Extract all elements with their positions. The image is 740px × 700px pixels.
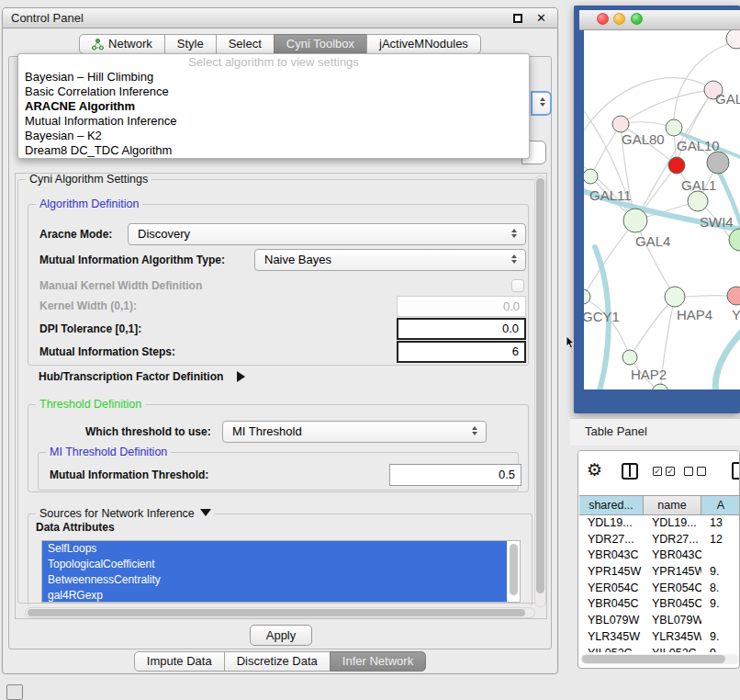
algorithm-combo-arrow-fragment[interactable] (531, 91, 552, 116)
scrollbar-thumb[interactable] (536, 178, 544, 593)
table-cell[interactable]: 9. (701, 629, 740, 646)
data-attribute-item-gal4rgexp[interactable]: gal4RGexp (42, 588, 507, 603)
network-node-gal80[interactable] (612, 116, 629, 132)
table-cell[interactable]: 13 (701, 515, 740, 532)
expander-expanded-icon[interactable] (200, 509, 211, 516)
data-attribute-item-selfloops[interactable]: SelfLoops (42, 541, 507, 557)
table-cell[interactable]: YDR27... (644, 532, 701, 548)
network-node-gal1[interactable] (688, 191, 708, 211)
table-cell[interactable]: YIL052C (579, 646, 644, 653)
table-cell[interactable]: YLR345W (644, 629, 701, 646)
network-edge[interactable] (621, 90, 713, 124)
mi-algorithm-type-select[interactable]: Naive Bayes (254, 249, 526, 271)
apply-button[interactable]: Apply (250, 625, 312, 646)
network-node-gal10[interactable] (666, 119, 682, 136)
network-node-salmon[interactable] (727, 287, 740, 305)
network-edge[interactable] (635, 220, 675, 297)
table-cell[interactable]: YBR043C (579, 548, 644, 564)
expander-collapsed-icon[interactable] (237, 371, 245, 382)
table-cell[interactable]: YER054C (579, 581, 644, 597)
bottom-tab-discretize-data[interactable]: Discretize Data (224, 651, 331, 672)
algorithm-option-bayesian-hill-climbing[interactable]: Bayesian – Hill Climbing (18, 70, 529, 85)
data-attribute-item-topologicalcoefficient[interactable]: TopologicalCoefficient (42, 557, 507, 572)
table-cell[interactable]: YDL19... (644, 515, 701, 532)
zoom-traffic-light-icon[interactable] (631, 13, 643, 25)
tab-select[interactable]: Select (216, 34, 275, 54)
network-window-titlebar[interactable] (579, 10, 740, 30)
table-cell[interactable]: 9. (701, 596, 740, 613)
network-node-hap4[interactable] (665, 287, 685, 307)
hub-definition-expander[interactable]: Hub/Transcription Factor Definition (39, 367, 245, 384)
data-attributes-list[interactable]: SelfLoopsTopologicalCoefficientBetweenne… (41, 540, 521, 603)
list-scrollbar-thumb[interactable] (510, 544, 518, 595)
close-icon[interactable]: ✕ (536, 8, 546, 28)
deselect-all-columns-icon[interactable] (684, 467, 706, 476)
table-row[interactable]: YDR27...YDR27...12 (579, 532, 740, 548)
table-cell[interactable]: YPR145W (579, 564, 644, 581)
column-layout-icon[interactable] (622, 463, 638, 480)
table-cell[interactable] (701, 548, 740, 564)
table-cell[interactable]: 8. (701, 581, 740, 597)
network-node-top-right[interactable] (726, 30, 740, 49)
mi-threshold-field[interactable]: 0.5 (389, 464, 521, 486)
network-node-hap2[interactable] (622, 350, 637, 365)
table-horizontal-scrollbar[interactable] (580, 654, 739, 664)
scrollbar-thumb[interactable] (582, 655, 725, 663)
algorithm-option-bayesian-k2[interactable]: Bayesian – K2 (18, 129, 529, 143)
table-row[interactable]: YPR145WYPR145W9. (579, 564, 740, 581)
table-cell[interactable]: 9. (701, 564, 740, 581)
table-cell[interactable]: YBR045C (644, 596, 701, 613)
which-threshold-select[interactable]: MI Threshold (222, 421, 487, 443)
network-node-gal11[interactable] (584, 169, 598, 184)
collapsed-panel-button[interactable] (6, 684, 23, 700)
table-row[interactable]: YBL079WYBL079W (579, 613, 740, 629)
network-canvas[interactable]: GALGAL80GAL10GAL1GAL11SWI4GAL4GCY1HAP4YH… (584, 30, 740, 390)
tab-style[interactable]: Style (164, 34, 217, 54)
network-edge[interactable] (630, 297, 675, 357)
table-cell[interactable]: YPR145W (644, 564, 701, 581)
new-table-icon[interactable] (732, 462, 740, 480)
tab-jactivemnodules[interactable]: jActiveMNodules (366, 34, 481, 54)
settings-vertical-scrollbar[interactable] (534, 175, 546, 607)
manual-kernel-checkbox[interactable] (511, 279, 524, 292)
table-row[interactable]: YBR043CYBR043C (579, 548, 740, 564)
algorithm-option-dream8-dc-tdc-algorithm[interactable]: Dream8 DC_TDC Algorithm (18, 143, 529, 158)
network-node-gcy1[interactable] (584, 289, 590, 304)
dpi-tolerance-field[interactable]: 0.0 (397, 318, 526, 340)
select-all-columns-icon[interactable]: ✓✓ (653, 467, 675, 476)
bottom-tab-infer-network[interactable]: Infer Network (330, 651, 426, 672)
algorithm-option-basic-correlation-inference[interactable]: Basic Correlation Inference (18, 85, 529, 99)
tab-network[interactable]: Network (79, 34, 165, 54)
data-attribute-item-betweennesscentrality[interactable]: BetweennessCentrality (42, 572, 507, 588)
column-header-shared[interactable]: shared... (579, 495, 644, 515)
kernel-width-field[interactable]: 0.0 (397, 296, 526, 317)
close-traffic-light-icon[interactable] (597, 13, 609, 25)
table-cell[interactable]: 12 (701, 532, 740, 548)
column-header-a[interactable]: A (701, 495, 740, 515)
network-node-gal4[interactable] (623, 209, 647, 232)
network-edge-highlighted[interactable] (715, 326, 740, 390)
bottom-tab-impute-data[interactable]: Impute Data (134, 651, 225, 672)
network-edge[interactable] (685, 296, 728, 297)
scrollbar-thumb[interactable] (28, 609, 525, 616)
float-window-icon[interactable] (513, 14, 522, 23)
table-cell[interactable]: YDR27... (579, 532, 644, 548)
table-cell[interactable]: YBL079W (644, 613, 701, 629)
control-panel-titlebar[interactable]: Control Panel ✕ (3, 8, 557, 28)
table-row[interactable]: YDL19...YDL19...13 (579, 515, 740, 532)
network-node-bottom[interactable] (652, 384, 668, 390)
settings-horizontal-scrollbar[interactable] (25, 607, 535, 618)
tab-cyni-toolbox[interactable]: Cyni Toolbox (274, 34, 367, 54)
table-cell[interactable]: YBR043C (644, 548, 701, 564)
table-row[interactable]: YBR045CYBR045C9. (579, 596, 740, 613)
table-cell[interactable]: 9. (701, 646, 740, 653)
table-cell[interactable]: YBL079W (579, 613, 644, 629)
gear-icon[interactable]: ⚙ (587, 459, 602, 480)
aracne-mode-select[interactable]: Discovery (128, 223, 526, 245)
network-node-gray[interactable] (707, 152, 729, 174)
network-edge[interactable] (674, 41, 736, 119)
table-cell[interactable]: YDL19... (579, 515, 644, 532)
table-cell[interactable]: YIL052C (644, 646, 701, 653)
minimize-traffic-light-icon[interactable] (613, 13, 625, 25)
network-view-window[interactable]: GALGAL80GAL10GAL1GAL11SWI4GAL4GCY1HAP4YH… (574, 6, 740, 413)
